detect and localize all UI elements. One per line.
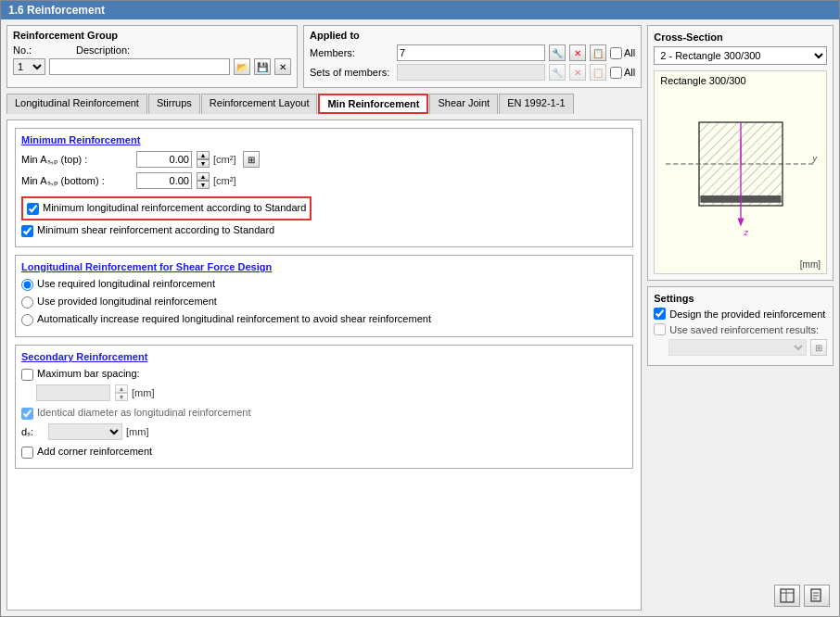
unit-top: [cm²] [213, 154, 235, 165]
max-bar-down[interactable]: ▼ [115, 393, 128, 401]
bottom-btn-2[interactable] [804, 585, 830, 607]
no-select[interactable]: 1 [13, 58, 45, 75]
secondary-title: Secondary Reinforcement [21, 351, 627, 362]
min-as-top-up[interactable]: ▲ [197, 151, 210, 159]
mm-label: [mm] [800, 259, 821, 270]
save-icon-btn[interactable]: 💾 [254, 58, 271, 75]
cross-section-diagram: Rectangle 300/300 [654, 70, 827, 274]
max-bar-unit: [mm] [132, 387, 154, 398]
open-icon-btn[interactable]: 📂 [234, 58, 250, 75]
cross-section-panel: Cross-Section 2 - Rectangle 300/300 Rect… [647, 25, 834, 281]
window-title: 1.6 Reinforcement [8, 4, 105, 17]
saved-checkbox[interactable] [654, 323, 666, 335]
sets-icon3[interactable]: 📋 [590, 64, 606, 81]
tab-longitudinal[interactable]: Longitudinal Reinforcement [6, 94, 147, 114]
design-row: Design the provided reinforcement [654, 308, 827, 320]
tab-stirrups[interactable]: Stirrups [148, 94, 200, 114]
ds-label: dₛ: [21, 426, 45, 438]
min-longitudinal-checkbox[interactable] [27, 203, 39, 215]
add-corner-checkbox[interactable] [21, 447, 33, 459]
longitudinal-shear-title: Longitudinal Reinforcement for Shear For… [21, 261, 627, 272]
desc-label: Description: [76, 44, 130, 56]
ds-select[interactable] [48, 423, 122, 440]
title-bar: 1.6 Reinforcement [1, 1, 839, 19]
members-label: Members: [310, 47, 393, 58]
cross-section-title: Cross-Section [654, 31, 827, 43]
tab-layout[interactable]: Reinforcement Layout [201, 94, 318, 114]
design-checkbox[interactable] [654, 308, 666, 320]
radio-row-1: Use required longitudinal reinforcement [21, 278, 627, 291]
saved-dropdown[interactable] [668, 339, 807, 356]
radio-row-2: Use provided longitudinal reinforcement [21, 296, 627, 308]
longitudinal-shear-subsection: Longitudinal Reinforcement for Shear For… [15, 255, 633, 337]
radio-use-required-label: Use required longitudinal reinforcement [37, 278, 215, 289]
applied-to-label: Applied to [310, 30, 635, 41]
svg-marker-6 [737, 219, 744, 227]
description-input[interactable] [49, 58, 230, 75]
main-window: 1.6 Reinforcement Reinforcement Group No… [0, 0, 840, 617]
max-bar-checkbox[interactable] [21, 369, 33, 381]
min-shear-row: Minimum shear reinforcement according to… [21, 224, 627, 237]
tab-min-reinforcement[interactable]: Min Reinforcement [318, 94, 428, 114]
svg-text:z: z [743, 228, 748, 237]
delete-icon-btn[interactable]: ✕ [274, 58, 291, 75]
min-as-bottom-up[interactable]: ▲ [197, 172, 210, 181]
max-bar-row: Maximum bar spacing: [21, 368, 627, 381]
tabs-container: Longitudinal Reinforcement Stirrups Rein… [6, 94, 642, 114]
tab-en[interactable]: EN 1992-1-1 [499, 94, 573, 114]
sets-icon2[interactable]: ✕ [569, 64, 586, 81]
max-bar-input[interactable] [36, 384, 110, 401]
min-as-bottom-label: Min Aₛ,ₚ (bottom) : [21, 175, 133, 187]
applied-to-section: Applied to Members: 🔧 ✕ 📋 All Sets of [303, 25, 642, 88]
min-as-bottom-input[interactable] [136, 172, 192, 189]
radio-row-3: Automatically increase required longitud… [21, 313, 627, 326]
max-bar-spinner: ▲ ▼ [115, 384, 128, 401]
bottom-btn-1[interactable] [774, 585, 800, 607]
radio-use-provided[interactable] [21, 296, 33, 308]
identical-label: Identical diameter as longitudinal reinf… [37, 407, 251, 418]
members-icon3[interactable]: 📋 [590, 44, 606, 61]
design-label: Design the provided reinforcement [669, 308, 825, 320]
all-label1: All [624, 47, 635, 58]
min-as-top-label: Min Aₛ,ₚ (top) : [21, 154, 133, 166]
all-checkbox2[interactable] [610, 67, 622, 79]
bottom-buttons [647, 581, 834, 611]
radio-use-required[interactable] [21, 279, 33, 291]
table-icon[interactable]: ⊞ [243, 151, 260, 168]
min-as-top-input[interactable] [136, 151, 192, 168]
doc-icon [809, 588, 824, 603]
tab-shear-joint[interactable]: Shear Joint [429, 94, 498, 114]
saved-label: Use saved reinforcement results: [669, 324, 819, 335]
cross-section-dropdown[interactable]: 2 - Rectangle 300/300 [654, 46, 827, 65]
min-longitudinal-label: Minimum longitudinal reinforcement accor… [43, 202, 306, 213]
min-as-top-spinner: ▲ ▼ [197, 151, 210, 168]
sets-input[interactable] [397, 64, 545, 81]
reinforcement-group-section: Reinforcement Group No.: Description: 1 … [6, 25, 298, 88]
members-icon1[interactable]: 🔧 [549, 44, 566, 61]
max-bar-label: Maximum bar spacing: [37, 368, 140, 379]
min-shear-checkbox[interactable] [21, 225, 33, 237]
members-icon2[interactable]: ✕ [569, 44, 586, 61]
radio-auto-increase[interactable] [21, 314, 33, 326]
max-bar-up[interactable]: ▲ [115, 384, 128, 393]
sets-icon1[interactable]: 🔧 [549, 64, 566, 81]
add-corner-label: Add corner reinforcement [37, 446, 152, 457]
min-as-bottom-down[interactable]: ▼ [197, 181, 210, 189]
min-longitudinal-outlined: Minimum longitudinal reinforcement accor… [21, 196, 312, 220]
ds-unit: [mm] [126, 426, 148, 437]
secondary-subsection: Secondary Reinforcement Maximum bar spac… [15, 345, 633, 469]
min-as-top-down[interactable]: ▼ [197, 159, 210, 168]
min-reinforcement-title: Minimum Reinforcement [21, 134, 627, 145]
saved-icon-btn[interactable]: ⊞ [810, 339, 827, 356]
identical-checkbox[interactable] [21, 408, 33, 420]
cross-section-svg: y z [657, 89, 824, 256]
radio-use-provided-label: Use provided longitudinal reinforcement [37, 296, 217, 307]
right-panel: Cross-Section 2 - Rectangle 300/300 Rect… [647, 25, 834, 611]
members-input[interactable] [397, 44, 545, 61]
saved-row: Use saved reinforcement results: [654, 323, 827, 335]
reinforcement-group-label: Reinforcement Group [13, 30, 291, 41]
radio-auto-increase-label: Automatically increase required longitud… [37, 313, 431, 324]
svg-text:y: y [811, 154, 817, 163]
tab-content: Minimum Reinforcement Min Aₛ,ₚ (top) : ▲… [6, 120, 642, 611]
all-checkbox1[interactable] [610, 47, 622, 59]
